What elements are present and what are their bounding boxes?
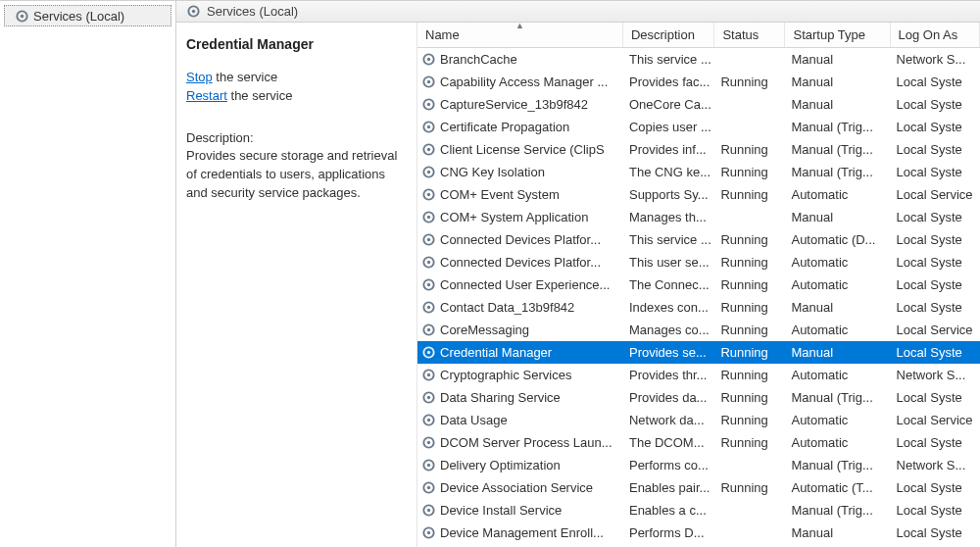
cell-description: The DCOM... — [623, 435, 714, 450]
table-row[interactable]: Data Sharing ServiceProvides da...Runnin… — [417, 386, 980, 409]
table-row[interactable]: Credential ManagerProvides se...RunningM… — [417, 341, 980, 364]
cell-description: Enables a c... — [623, 503, 714, 518]
service-name: CNG Key Isolation — [440, 165, 545, 179]
cell-name: Device Install Service — [417, 503, 623, 518]
cell-startup-type: Manual — [785, 97, 890, 112]
cell-description: This user se... — [623, 255, 714, 270]
table-row[interactable]: Device Association ServiceEnables pair..… — [417, 476, 980, 499]
cell-startup-type: Automatic — [785, 413, 890, 427]
cell-log-on-as: Local Syste — [891, 97, 980, 112]
cell-description: This service ... — [623, 52, 714, 67]
gear-icon — [421, 232, 436, 247]
cell-name: COM+ System Application — [417, 210, 623, 224]
svg-point-25 — [427, 283, 430, 286]
service-name: CaptureService_13b9f842 — [440, 97, 588, 112]
svg-point-27 — [427, 306, 430, 309]
table-row[interactable]: Certificate PropagationCopies user ...Ma… — [417, 116, 980, 138]
svg-point-21 — [427, 238, 430, 241]
service-name: Device Management Enroll... — [440, 525, 604, 540]
svg-point-3 — [192, 10, 195, 13]
table-row[interactable]: Capability Access Manager ...Provides fa… — [417, 71, 980, 93]
svg-point-43 — [427, 486, 430, 489]
table-row[interactable]: Contact Data_13b9f842Indexes con...Runni… — [417, 296, 980, 319]
gear-icon — [421, 277, 436, 292]
table-row[interactable]: BranchCacheThis service ...ManualNetwork… — [417, 48, 980, 71]
table-row[interactable]: CNG Key IsolationThe CNG ke...RunningMan… — [417, 161, 980, 183]
tree-item-services-local[interactable]: Services (Local) — [4, 5, 172, 26]
table-row[interactable]: Device Management Enroll...Performs D...… — [417, 522, 980, 544]
cell-name: Client License Service (ClipS — [417, 142, 623, 157]
cell-name: Capability Access Manager ... — [417, 75, 623, 89]
column-header-log-on-as[interactable]: Log On As — [891, 23, 981, 47]
svg-point-35 — [427, 396, 430, 399]
gear-icon — [421, 458, 436, 472]
svg-point-45 — [427, 509, 430, 512]
cell-name: Connected Devices Platfor... — [417, 232, 623, 247]
cell-startup-type: Manual — [785, 345, 890, 360]
cell-startup-type: Manual (Trig... — [785, 503, 890, 518]
cell-startup-type: Manual — [785, 300, 890, 315]
cell-startup-type: Manual (Trig... — [785, 142, 890, 157]
cell-name: CaptureService_13b9f842 — [417, 97, 623, 112]
column-header-name[interactable]: ▲ Name — [417, 23, 623, 47]
stop-rest: the service — [213, 70, 277, 84]
table-row[interactable]: CoreMessagingManages co...RunningAutomat… — [417, 319, 980, 341]
service-name: Contact Data_13b9f842 — [440, 300, 574, 315]
gear-icon — [15, 9, 29, 24]
table-row[interactable]: DCOM Server Process Laun...The DCOM...Ru… — [417, 431, 980, 454]
tree-pane: Services (Local) — [0, 1, 176, 547]
column-header-status[interactable]: Status — [714, 23, 785, 47]
cell-status: Running — [714, 75, 785, 89]
cell-status: Running — [714, 345, 785, 360]
table-row[interactable]: Data UsageNetwork da...RunningAutomaticL… — [417, 409, 980, 431]
cell-name: CoreMessaging — [417, 323, 623, 337]
table-row[interactable]: Device Install ServiceEnables a c...Manu… — [417, 499, 980, 522]
table-row[interactable]: COM+ Event SystemSupports Sy...RunningAu… — [417, 183, 980, 206]
table-row[interactable]: Cryptographic ServicesProvides thr...Run… — [417, 364, 980, 386]
cell-log-on-as: Local Syste — [891, 75, 980, 89]
cell-status: Running — [714, 413, 785, 427]
cell-description: Performs co... — [623, 458, 714, 472]
table-row[interactable]: Connected User Experience...The Connec..… — [417, 274, 980, 296]
gear-icon — [421, 97, 436, 112]
svg-point-39 — [427, 441, 430, 444]
gear-icon — [421, 75, 436, 89]
svg-point-17 — [427, 193, 430, 196]
cell-log-on-as: Local Syste — [891, 525, 980, 540]
column-header-startup-type[interactable]: Startup Type — [785, 23, 890, 47]
cell-status: Running — [714, 480, 785, 495]
table-row[interactable]: Delivery OptimizationPerforms co...Manua… — [417, 454, 980, 476]
service-name: Device Install Service — [440, 503, 562, 518]
cell-log-on-as: Local Service — [891, 413, 980, 427]
cell-log-on-as: Local Syste — [891, 435, 980, 450]
pane-title-text: Services (Local) — [207, 4, 298, 19]
gear-icon — [421, 368, 436, 382]
table-row[interactable]: CaptureService_13b9f842OneCore Ca...Manu… — [417, 93, 980, 116]
cell-status: Running — [714, 232, 785, 247]
description-heading: Description: — [186, 130, 407, 145]
table-row[interactable]: Client License Service (ClipSProvides in… — [417, 138, 980, 161]
cell-log-on-as: Network S... — [891, 458, 980, 472]
table-row[interactable]: Connected Devices Platfor...This service… — [417, 228, 980, 251]
restart-link[interactable]: Restart — [186, 88, 227, 103]
service-name: Cryptographic Services — [440, 368, 571, 382]
table-row[interactable]: COM+ System ApplicationManages th...Manu… — [417, 206, 980, 228]
cell-status: Running — [714, 142, 785, 157]
svg-point-31 — [427, 351, 430, 354]
svg-point-5 — [427, 58, 430, 61]
service-name: BranchCache — [440, 52, 517, 67]
cell-name: Connected Devices Platfor... — [417, 255, 623, 270]
service-name: Capability Access Manager ... — [440, 75, 608, 89]
cell-log-on-as: Local Syste — [891, 165, 980, 179]
cell-startup-type: Automatic — [785, 255, 890, 270]
cell-startup-type: Automatic (T... — [785, 480, 890, 495]
gear-icon — [421, 120, 436, 134]
service-name: Delivery Optimization — [440, 458, 561, 472]
stop-link[interactable]: Stop — [186, 70, 213, 84]
cell-startup-type: Automatic — [785, 435, 890, 450]
cell-log-on-as: Local Syste — [891, 232, 980, 247]
gear-icon — [421, 52, 436, 67]
column-header-description[interactable]: Description — [623, 23, 714, 47]
cell-status: Running — [714, 255, 785, 270]
table-row[interactable]: Connected Devices Platfor...This user se… — [417, 251, 980, 274]
